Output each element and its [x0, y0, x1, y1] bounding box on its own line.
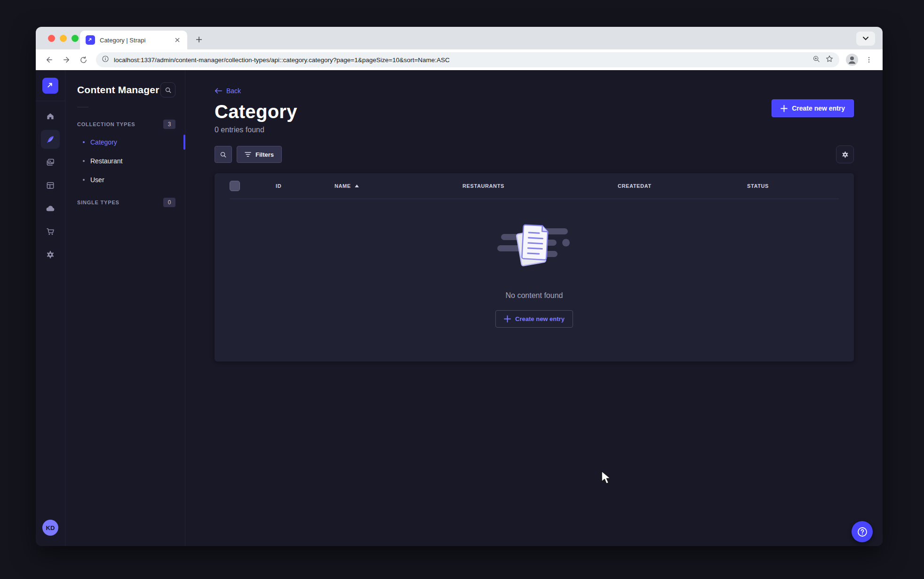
browser-tab[interactable]: Category | Strapi: [80, 31, 187, 49]
nav-settings-icon[interactable]: [41, 245, 60, 264]
column-header-createdat[interactable]: CREATEDAT: [618, 183, 747, 189]
empty-state: No content found Create new entry: [215, 199, 854, 328]
sidebar-item-category[interactable]: Category: [77, 133, 175, 152]
sidebar-item-label: Restaurant: [90, 157, 122, 165]
filters-label: Filters: [255, 151, 274, 158]
nav-home-icon[interactable]: [41, 107, 60, 126]
select-all-checkbox[interactable]: [230, 181, 240, 191]
entries-count: 0 entries found: [215, 126, 854, 134]
tab-search-chevron-icon[interactable]: [856, 32, 875, 46]
maximize-window-button[interactable]: [72, 35, 79, 42]
entries-table-card: ID NAME RESTAURANTS CREATEDAT STATUS: [215, 173, 854, 362]
strapi-logo-icon[interactable]: [42, 78, 58, 94]
main-content: Back Category 0 entries found Create new…: [185, 70, 883, 546]
back-link[interactable]: Back: [215, 87, 241, 95]
browser-tab-strip: Category | Strapi: [36, 27, 883, 49]
table-search-button[interactable]: [215, 146, 232, 163]
empty-documents-illustration: [494, 219, 574, 274]
new-tab-button[interactable]: [192, 32, 206, 47]
rail-divider: [36, 101, 65, 101]
help-button[interactable]: [852, 521, 873, 542]
filter-icon: [245, 152, 251, 157]
collection-types-label: COLLECTION TYPES: [77, 121, 135, 127]
main-nav-rail: KD: [36, 70, 65, 546]
collection-types-count-badge: 3: [163, 120, 175, 129]
filters-button[interactable]: Filters: [237, 146, 282, 163]
column-header-name[interactable]: NAME: [335, 183, 462, 189]
sort-asc-icon: [355, 185, 359, 187]
empty-create-entry-button[interactable]: Create new entry: [495, 310, 573, 328]
browser-profile-icon[interactable]: [845, 53, 859, 67]
empty-state-message: No content found: [506, 291, 563, 300]
page-title: Category: [215, 101, 854, 122]
nav-content-type-builder-icon[interactable]: [41, 176, 60, 195]
user-avatar[interactable]: KD: [42, 520, 58, 536]
table-action-row: Filters: [215, 145, 854, 163]
sidebar-search-button[interactable]: [160, 82, 175, 97]
content-manager-sidebar: Content Manager COLLECTION TYPES 3 Categ…: [65, 70, 185, 546]
forward-nav-icon[interactable]: [59, 53, 73, 67]
sidebar-item-user[interactable]: User: [77, 170, 175, 189]
column-header-id[interactable]: ID: [276, 183, 335, 189]
site-info-icon[interactable]: [102, 55, 109, 64]
close-window-button[interactable]: [48, 35, 55, 42]
zoom-page-icon[interactable]: [812, 55, 820, 65]
strapi-favicon-icon: [86, 35, 95, 45]
tab-close-icon[interactable]: [173, 36, 182, 44]
sidebar-item-restaurant[interactable]: Restaurant: [77, 152, 175, 170]
create-entry-button[interactable]: Create new entry: [772, 99, 854, 117]
sidebar-item-label: Category: [90, 138, 117, 146]
view-settings-button[interactable]: [836, 145, 854, 163]
bookmark-star-icon[interactable]: [825, 55, 834, 65]
back-nav-icon[interactable]: [42, 53, 56, 67]
strapi-admin-app: KD Content Manager COLLECTION TYPES 3 Ca…: [36, 70, 883, 546]
bullet-icon: [83, 179, 85, 181]
empty-create-entry-label: Create new entry: [515, 315, 565, 322]
nav-marketplace-icon[interactable]: [41, 222, 60, 241]
sidebar-item-label: User: [90, 176, 104, 184]
sidebar-divider: [77, 107, 88, 107]
single-types-count-badge: 0: [163, 198, 175, 207]
nav-cloud-icon[interactable]: [41, 199, 60, 218]
browser-toolbar: localhost:1337/admin/content-manager/col…: [36, 49, 883, 70]
browser-menu-icon[interactable]: [862, 53, 876, 67]
reload-icon[interactable]: [76, 53, 90, 67]
single-types-label: SINGLE TYPES: [77, 200, 119, 205]
column-header-restaurants[interactable]: RESTAURANTS: [462, 183, 618, 189]
sidebar-title: Content Manager: [77, 84, 159, 96]
macos-traffic-lights: [48, 35, 79, 42]
nav-content-manager-icon[interactable]: [41, 130, 60, 149]
bullet-icon: [83, 141, 85, 143]
address-bar[interactable]: localhost:1337/admin/content-manager/col…: [96, 52, 839, 67]
browser-window: Category | Strapi localhost:1337/admin/c…: [36, 27, 883, 546]
table-header-row: ID NAME RESTAURANTS CREATEDAT STATUS: [215, 173, 854, 199]
back-label: Back: [226, 87, 241, 95]
bullet-icon: [83, 160, 85, 162]
tab-title: Category | Strapi: [100, 37, 168, 44]
create-entry-label: Create new entry: [792, 105, 845, 112]
column-header-status[interactable]: STATUS: [747, 183, 839, 189]
nav-media-library-icon[interactable]: [41, 153, 60, 172]
minimize-window-button[interactable]: [60, 35, 67, 42]
url-text[interactable]: localhost:1337/admin/content-manager/col…: [114, 56, 808, 64]
